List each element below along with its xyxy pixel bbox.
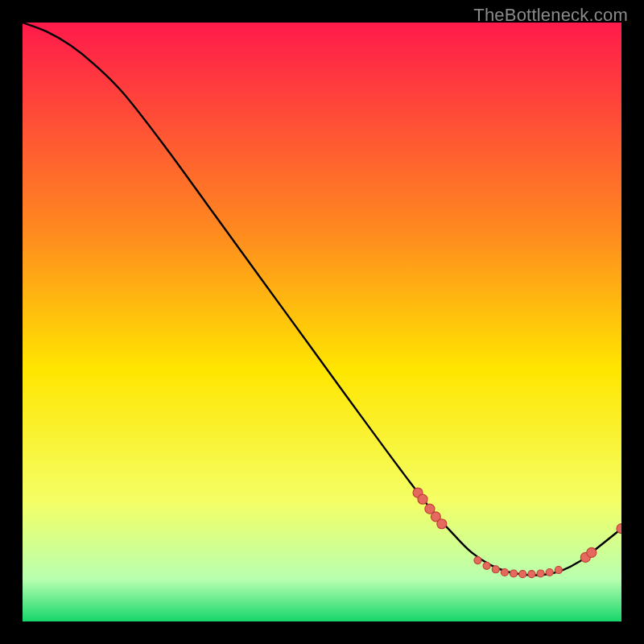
curve-marker <box>519 571 526 578</box>
chart-svg <box>23 23 621 621</box>
curve-marker <box>418 494 427 504</box>
plot-area <box>23 23 621 621</box>
curve-marker <box>437 519 447 529</box>
gradient-background <box>23 23 621 621</box>
curve-marker <box>510 570 518 577</box>
curve-marker <box>546 568 553 576</box>
curve-marker <box>474 557 481 564</box>
curve-marker <box>587 547 597 557</box>
curve-marker <box>537 570 544 577</box>
curve-marker <box>528 571 535 578</box>
curve-marker <box>483 562 490 569</box>
chart-frame: { "watermark": "TheBottleneck.com", "col… <box>0 0 644 644</box>
curve-marker <box>501 568 508 576</box>
curve-marker <box>555 567 562 574</box>
watermark-text: TheBottleneck.com <box>473 5 628 26</box>
curve-marker <box>492 566 499 573</box>
